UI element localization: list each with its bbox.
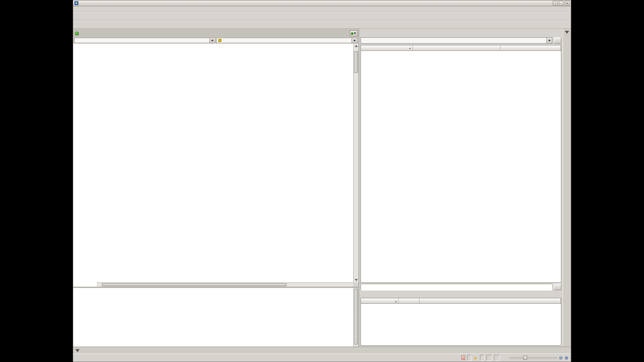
- scrollbar-thumb[interactable]: [354, 51, 358, 73]
- threads-header-id[interactable]: ▴: [361, 298, 399, 303]
- scrollbar-thumb[interactable]: [354, 289, 358, 344]
- method-icon: [218, 39, 221, 42]
- editor-tabbar: [73, 29, 358, 37]
- scroll-down-icon[interactable]: [355, 279, 358, 281]
- zoom-in-icon[interactable]: ⊕: [565, 356, 568, 360]
- code-editor[interactable]: [73, 44, 358, 287]
- filter-icon[interactable]: [75, 349, 80, 352]
- locals-header-locals[interactable]: ▾: [361, 45, 413, 50]
- scroll-up-icon[interactable]: [355, 45, 358, 47]
- debug-toolbar: [359, 29, 563, 37]
- editor-vertical-scrollbar[interactable]: [353, 44, 358, 282]
- threads-header-name[interactable]: [399, 298, 420, 303]
- editor-column: [73, 29, 359, 347]
- encoding-indicator[interactable]: [467, 355, 471, 361]
- readwrite-indicator[interactable]: [480, 355, 484, 361]
- slider-handle[interactable]: [523, 356, 527, 360]
- toolbar-row-2: [73, 21, 571, 29]
- chevron-down-icon: [354, 33, 356, 34]
- editor-area: [73, 29, 358, 287]
- zoom-slider[interactable]: [510, 355, 557, 360]
- scrollbar-corner: [353, 282, 358, 287]
- warning-icon: [474, 356, 477, 359]
- threads-header-state[interactable]: [420, 298, 561, 303]
- filter-icon[interactable]: [565, 31, 569, 34]
- debug-viewer-pane: ▾ ▴: [359, 29, 563, 347]
- sort-indicator-icon: ▾: [409, 47, 411, 50]
- bottom-tabbar: [73, 347, 571, 353]
- main-area: ▾ ▴: [73, 29, 571, 347]
- toolbar-row-1: [73, 12, 571, 21]
- line-indicator: [486, 355, 492, 361]
- tab-list-icon: [351, 33, 353, 35]
- threads-header: ▴: [361, 298, 561, 304]
- class-combobox[interactable]: [74, 38, 215, 43]
- editor-horizontal-scrollbar[interactable]: [97, 282, 353, 287]
- shell-vertical-scrollbar[interactable]: [353, 288, 358, 347]
- combo-arrow-button[interactable]: [352, 38, 357, 43]
- shell-pane[interactable]: [73, 287, 358, 347]
- slider-groove: [510, 357, 557, 359]
- source-button[interactable]: [554, 37, 561, 44]
- right-sidebar-tabstrip: [563, 29, 571, 347]
- set-button[interactable]: [554, 284, 561, 290]
- threads-table: ▴: [361, 298, 561, 346]
- position-indicator: [494, 355, 500, 361]
- zoom-out-icon[interactable]: ⊖: [559, 356, 562, 360]
- method-combobox[interactable]: [216, 38, 358, 43]
- minimize-button[interactable]: •: [553, 1, 558, 6]
- statusbar: ⊖ ⊕: [73, 353, 571, 362]
- document-status-icon: [462, 356, 465, 360]
- titlebar: • ▫ ✕: [73, 0, 571, 6]
- debug-source-row: [359, 37, 563, 45]
- combo-arrow-button[interactable]: [546, 38, 552, 43]
- locals-header-type[interactable]: [501, 45, 561, 50]
- debug-set-input[interactable]: [361, 284, 552, 291]
- stack-frame-combobox[interactable]: [361, 37, 552, 44]
- sort-indicator-icon: ▴: [395, 300, 397, 303]
- menubar: [73, 6, 571, 12]
- app-window: • ▫ ✕: [73, 0, 571, 362]
- locals-table: ▾: [361, 45, 561, 283]
- threads-label: [359, 292, 563, 298]
- window-icon: [75, 1, 78, 5]
- close-button[interactable]: ✕: [565, 1, 569, 6]
- tab-list-button[interactable]: [350, 30, 358, 36]
- scrollbar-thumb[interactable]: [102, 283, 286, 286]
- navigator-row: [73, 37, 358, 44]
- maximize-button[interactable]: ▫: [559, 1, 564, 6]
- locals-header: ▾: [361, 45, 561, 51]
- locals-header-value[interactable]: [413, 45, 501, 50]
- debug-set-row: [359, 283, 563, 292]
- online-indicator-icon: [75, 32, 79, 36]
- combo-arrow-button[interactable]: [209, 38, 215, 43]
